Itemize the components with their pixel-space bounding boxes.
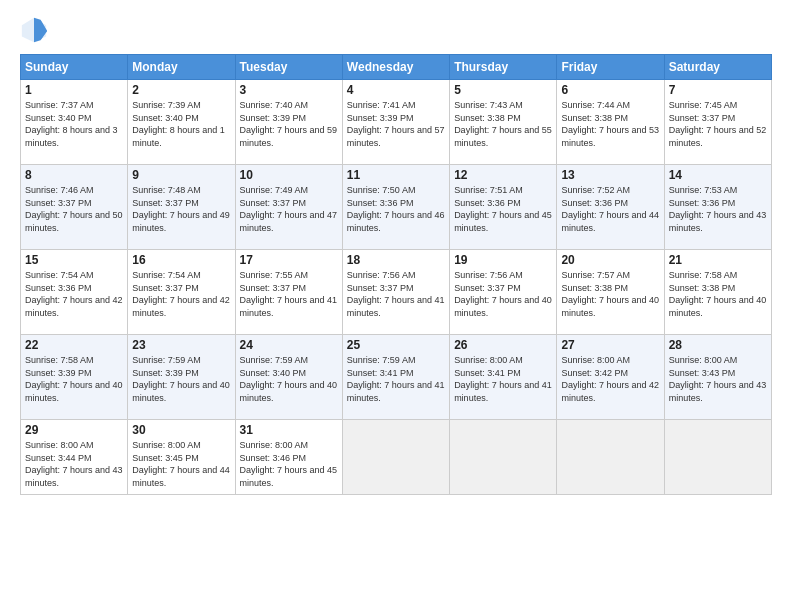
day-number: 6 — [561, 83, 659, 97]
header-sunday: Sunday — [21, 55, 128, 80]
day-number: 8 — [25, 168, 123, 182]
calendar-cell: 9Sunrise: 7:48 AMSunset: 3:37 PMDaylight… — [128, 165, 235, 250]
header — [20, 16, 772, 44]
logo-icon — [20, 16, 48, 44]
day-number: 9 — [132, 168, 230, 182]
header-friday: Friday — [557, 55, 664, 80]
day-number: 4 — [347, 83, 445, 97]
calendar-cell: 2Sunrise: 7:39 AMSunset: 3:40 PMDaylight… — [128, 80, 235, 165]
day-info: Sunrise: 7:53 AMSunset: 3:36 PMDaylight:… — [669, 184, 767, 234]
week-row-5: 29Sunrise: 8:00 AMSunset: 3:44 PMDayligh… — [21, 420, 772, 495]
calendar-cell: 20Sunrise: 7:57 AMSunset: 3:38 PMDayligh… — [557, 250, 664, 335]
calendar-cell: 23Sunrise: 7:59 AMSunset: 3:39 PMDayligh… — [128, 335, 235, 420]
day-info: Sunrise: 7:41 AMSunset: 3:39 PMDaylight:… — [347, 99, 445, 149]
day-info: Sunrise: 8:00 AMSunset: 3:44 PMDaylight:… — [25, 439, 123, 489]
day-info: Sunrise: 7:37 AMSunset: 3:40 PMDaylight:… — [25, 99, 123, 149]
day-number: 24 — [240, 338, 338, 352]
day-number: 29 — [25, 423, 123, 437]
day-number: 20 — [561, 253, 659, 267]
day-info: Sunrise: 7:49 AMSunset: 3:37 PMDaylight:… — [240, 184, 338, 234]
calendar-cell: 12Sunrise: 7:51 AMSunset: 3:36 PMDayligh… — [450, 165, 557, 250]
calendar-cell: 17Sunrise: 7:55 AMSunset: 3:37 PMDayligh… — [235, 250, 342, 335]
day-info: Sunrise: 8:00 AMSunset: 3:41 PMDaylight:… — [454, 354, 552, 404]
day-number: 25 — [347, 338, 445, 352]
day-info: Sunrise: 7:59 AMSunset: 3:41 PMDaylight:… — [347, 354, 445, 404]
calendar-cell: 21Sunrise: 7:58 AMSunset: 3:38 PMDayligh… — [664, 250, 771, 335]
day-number: 14 — [669, 168, 767, 182]
header-saturday: Saturday — [664, 55, 771, 80]
day-info: Sunrise: 8:00 AMSunset: 3:45 PMDaylight:… — [132, 439, 230, 489]
calendar-cell: 14Sunrise: 7:53 AMSunset: 3:36 PMDayligh… — [664, 165, 771, 250]
calendar-cell: 27Sunrise: 8:00 AMSunset: 3:42 PMDayligh… — [557, 335, 664, 420]
day-number: 19 — [454, 253, 552, 267]
calendar-cell: 18Sunrise: 7:56 AMSunset: 3:37 PMDayligh… — [342, 250, 449, 335]
day-info: Sunrise: 7:59 AMSunset: 3:40 PMDaylight:… — [240, 354, 338, 404]
calendar-cell: 25Sunrise: 7:59 AMSunset: 3:41 PMDayligh… — [342, 335, 449, 420]
calendar-cell — [557, 420, 664, 495]
day-number: 18 — [347, 253, 445, 267]
day-info: Sunrise: 7:46 AMSunset: 3:37 PMDaylight:… — [25, 184, 123, 234]
calendar-cell: 31Sunrise: 8:00 AMSunset: 3:46 PMDayligh… — [235, 420, 342, 495]
calendar-cell: 5Sunrise: 7:43 AMSunset: 3:38 PMDaylight… — [450, 80, 557, 165]
day-info: Sunrise: 7:50 AMSunset: 3:36 PMDaylight:… — [347, 184, 445, 234]
calendar-cell: 22Sunrise: 7:58 AMSunset: 3:39 PMDayligh… — [21, 335, 128, 420]
day-number: 31 — [240, 423, 338, 437]
day-number: 7 — [669, 83, 767, 97]
calendar: SundayMondayTuesdayWednesdayThursdayFrid… — [20, 54, 772, 495]
day-info: Sunrise: 7:56 AMSunset: 3:37 PMDaylight:… — [454, 269, 552, 319]
day-number: 2 — [132, 83, 230, 97]
day-info: Sunrise: 8:00 AMSunset: 3:43 PMDaylight:… — [669, 354, 767, 404]
calendar-cell: 24Sunrise: 7:59 AMSunset: 3:40 PMDayligh… — [235, 335, 342, 420]
day-number: 15 — [25, 253, 123, 267]
day-info: Sunrise: 7:40 AMSunset: 3:39 PMDaylight:… — [240, 99, 338, 149]
day-number: 17 — [240, 253, 338, 267]
day-info: Sunrise: 7:58 AMSunset: 3:39 PMDaylight:… — [25, 354, 123, 404]
calendar-cell: 26Sunrise: 8:00 AMSunset: 3:41 PMDayligh… — [450, 335, 557, 420]
day-info: Sunrise: 7:57 AMSunset: 3:38 PMDaylight:… — [561, 269, 659, 319]
day-number: 16 — [132, 253, 230, 267]
day-number: 28 — [669, 338, 767, 352]
day-info: Sunrise: 8:00 AMSunset: 3:46 PMDaylight:… — [240, 439, 338, 489]
calendar-cell: 29Sunrise: 8:00 AMSunset: 3:44 PMDayligh… — [21, 420, 128, 495]
header-tuesday: Tuesday — [235, 55, 342, 80]
calendar-cell: 30Sunrise: 8:00 AMSunset: 3:45 PMDayligh… — [128, 420, 235, 495]
day-info: Sunrise: 7:54 AMSunset: 3:36 PMDaylight:… — [25, 269, 123, 319]
calendar-cell: 10Sunrise: 7:49 AMSunset: 3:37 PMDayligh… — [235, 165, 342, 250]
week-row-1: 1Sunrise: 7:37 AMSunset: 3:40 PMDaylight… — [21, 80, 772, 165]
header-wednesday: Wednesday — [342, 55, 449, 80]
calendar-cell: 15Sunrise: 7:54 AMSunset: 3:36 PMDayligh… — [21, 250, 128, 335]
day-number: 23 — [132, 338, 230, 352]
day-number: 30 — [132, 423, 230, 437]
calendar-cell: 19Sunrise: 7:56 AMSunset: 3:37 PMDayligh… — [450, 250, 557, 335]
day-info: Sunrise: 7:58 AMSunset: 3:38 PMDaylight:… — [669, 269, 767, 319]
day-number: 5 — [454, 83, 552, 97]
day-info: Sunrise: 7:43 AMSunset: 3:38 PMDaylight:… — [454, 99, 552, 149]
calendar-cell: 8Sunrise: 7:46 AMSunset: 3:37 PMDaylight… — [21, 165, 128, 250]
calendar-cell: 1Sunrise: 7:37 AMSunset: 3:40 PMDaylight… — [21, 80, 128, 165]
day-number: 12 — [454, 168, 552, 182]
calendar-cell: 28Sunrise: 8:00 AMSunset: 3:43 PMDayligh… — [664, 335, 771, 420]
header-thursday: Thursday — [450, 55, 557, 80]
day-number: 3 — [240, 83, 338, 97]
calendar-cell: 7Sunrise: 7:45 AMSunset: 3:37 PMDaylight… — [664, 80, 771, 165]
svg-marker-2 — [34, 18, 47, 42]
calendar-cell: 13Sunrise: 7:52 AMSunset: 3:36 PMDayligh… — [557, 165, 664, 250]
day-info: Sunrise: 7:59 AMSunset: 3:39 PMDaylight:… — [132, 354, 230, 404]
day-number: 27 — [561, 338, 659, 352]
day-number: 21 — [669, 253, 767, 267]
day-number: 1 — [25, 83, 123, 97]
day-number: 13 — [561, 168, 659, 182]
week-row-4: 22Sunrise: 7:58 AMSunset: 3:39 PMDayligh… — [21, 335, 772, 420]
calendar-header-row: SundayMondayTuesdayWednesdayThursdayFrid… — [21, 55, 772, 80]
day-info: Sunrise: 8:00 AMSunset: 3:42 PMDaylight:… — [561, 354, 659, 404]
day-info: Sunrise: 7:51 AMSunset: 3:36 PMDaylight:… — [454, 184, 552, 234]
calendar-cell: 16Sunrise: 7:54 AMSunset: 3:37 PMDayligh… — [128, 250, 235, 335]
day-info: Sunrise: 7:45 AMSunset: 3:37 PMDaylight:… — [669, 99, 767, 149]
day-info: Sunrise: 7:52 AMSunset: 3:36 PMDaylight:… — [561, 184, 659, 234]
day-number: 11 — [347, 168, 445, 182]
calendar-cell: 6Sunrise: 7:44 AMSunset: 3:38 PMDaylight… — [557, 80, 664, 165]
day-info: Sunrise: 7:44 AMSunset: 3:38 PMDaylight:… — [561, 99, 659, 149]
page: SundayMondayTuesdayWednesdayThursdayFrid… — [0, 0, 792, 612]
calendar-cell — [664, 420, 771, 495]
calendar-cell — [342, 420, 449, 495]
